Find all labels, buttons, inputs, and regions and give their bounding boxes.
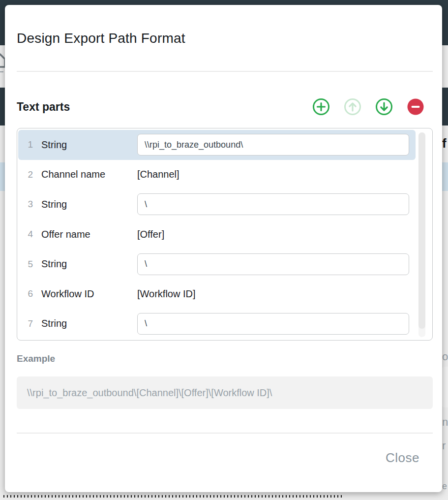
row-value: [Channel] bbox=[137, 169, 409, 180]
move-up-button[interactable] bbox=[344, 98, 361, 116]
row-number: 4 bbox=[18, 229, 33, 240]
row-value: [Offer] bbox=[137, 229, 409, 240]
text-part-row[interactable]: 2 Channel name [Channel] bbox=[18, 160, 416, 190]
row-value-input[interactable] bbox=[137, 253, 409, 275]
plus-circle-icon bbox=[312, 98, 330, 116]
background-text-fragment: e bbox=[442, 481, 447, 492]
background-text-fragment: n bbox=[442, 416, 448, 429]
row-type-label: Workflow ID bbox=[33, 288, 137, 300]
text-parts-heading: Text parts bbox=[17, 100, 70, 114]
row-value-input[interactable] bbox=[137, 313, 409, 335]
text-part-row[interactable]: 4 Offer name [Offer] bbox=[18, 219, 416, 250]
background-text-fragment: o bbox=[442, 350, 448, 363]
minus-circle-icon bbox=[407, 98, 424, 116]
background-dotted-focus-line bbox=[3, 495, 342, 498]
text-part-row[interactable]: 1 String bbox=[18, 130, 416, 160]
row-number: 5 bbox=[18, 259, 33, 270]
close-button[interactable]: Close bbox=[386, 450, 419, 466]
text-part-row[interactable]: 6 Workflow ID [Workflow ID] bbox=[18, 279, 416, 309]
background-panel-fragment bbox=[441, 367, 448, 407]
text-part-row[interactable]: 3 String bbox=[18, 189, 416, 219]
row-number: 2 bbox=[18, 169, 33, 180]
text-parts-toolbar bbox=[312, 98, 424, 116]
remove-part-button[interactable] bbox=[407, 98, 424, 116]
row-type-label: String bbox=[33, 199, 137, 210]
list-scrollbar[interactable] bbox=[418, 132, 425, 337]
dialog-title: Design Export Path Format bbox=[17, 31, 185, 46]
row-number: 7 bbox=[18, 318, 33, 329]
row-type-label: Channel name bbox=[33, 169, 137, 180]
text-parts-rows: 1 String 2 Channel name [Channel] 3 Stri… bbox=[18, 130, 416, 339]
row-number: 1 bbox=[18, 139, 33, 150]
move-down-button[interactable] bbox=[375, 98, 393, 116]
design-export-path-format-dialog: Design Export Path Format Text parts bbox=[5, 5, 442, 492]
divider bbox=[17, 71, 433, 72]
row-value-input[interactable] bbox=[137, 134, 409, 156]
example-label: Example bbox=[17, 353, 55, 364]
example-box: \\rpi_to_braze_outbound\[Channel]\[Offer… bbox=[17, 376, 433, 409]
divider bbox=[17, 433, 433, 434]
arrow-up-circle-icon bbox=[344, 98, 361, 116]
text-part-row[interactable]: 5 String bbox=[18, 249, 416, 279]
row-type-label: String bbox=[33, 258, 137, 270]
row-number: 6 bbox=[18, 288, 33, 299]
add-part-button[interactable] bbox=[312, 98, 330, 116]
row-value: [Workflow ID] bbox=[137, 288, 409, 300]
background-text-fragment: r bbox=[442, 439, 446, 452]
row-type-label: String bbox=[33, 139, 137, 151]
example-value: \\rpi_to_braze_outbound\[Channel]\[Offer… bbox=[27, 387, 272, 399]
text-parts-list: 1 String 2 Channel name [Channel] 3 Stri… bbox=[17, 128, 433, 341]
row-type-label: String bbox=[33, 318, 137, 329]
row-value-input[interactable] bbox=[137, 193, 409, 215]
arrow-down-circle-icon bbox=[375, 98, 393, 116]
list-scrollbar-thumb[interactable] bbox=[418, 132, 425, 329]
row-number: 3 bbox=[18, 199, 33, 210]
row-type-label: Offer name bbox=[33, 229, 137, 240]
text-part-row[interactable]: 7 String bbox=[18, 309, 416, 339]
background-text-fragment: f bbox=[442, 136, 447, 151]
